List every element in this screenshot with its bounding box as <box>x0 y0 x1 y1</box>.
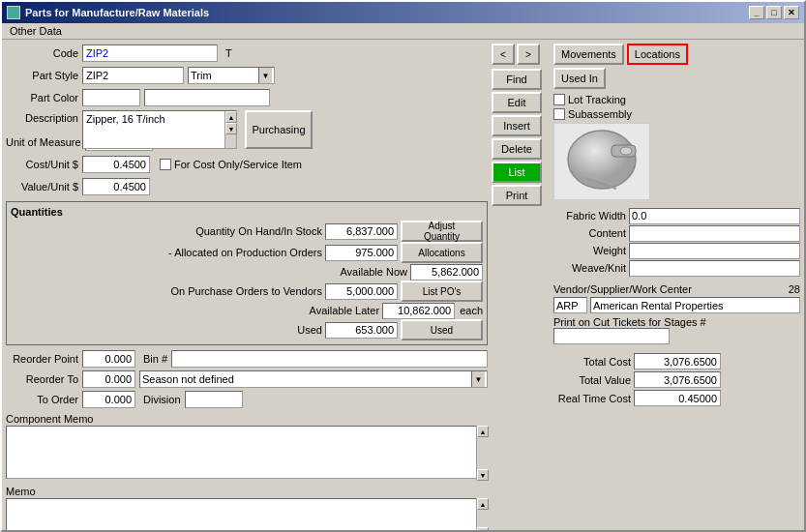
avail-later-label: Available Later <box>11 305 379 316</box>
used-button[interactable]: Used <box>401 319 483 340</box>
memo-textarea[interactable] <box>6 498 488 530</box>
value-input[interactable] <box>82 178 150 195</box>
title-bar-text: Parts for Manufacture/Raw Materials <box>7 6 209 19</box>
movements-button[interactable]: Movements <box>553 44 624 65</box>
t-label: T <box>225 47 232 59</box>
uom-label: Unit of Measure <box>6 136 81 148</box>
service-checkbox[interactable] <box>160 159 171 170</box>
total-cost-input[interactable] <box>634 353 721 369</box>
stage-input[interactable] <box>553 328 670 344</box>
weave-knit-label: Weave/Knit <box>553 262 626 274</box>
content-row: Content <box>553 224 800 242</box>
used-input[interactable] <box>325 322 398 339</box>
bin-input[interactable] <box>171 350 488 368</box>
allocations-button[interactable]: Allocations <box>401 242 483 263</box>
part-style-row: Part Style Trim ▼ <box>6 66 488 85</box>
svg-point-2 <box>620 147 632 155</box>
description-scrollbar: ▲ ▼ <box>224 111 236 148</box>
avail-later-input[interactable] <box>382 303 455 319</box>
memo-scroll-down[interactable]: ▼ <box>477 527 489 530</box>
weave-knit-input[interactable] <box>629 260 800 277</box>
description-area[interactable]: Zipper, 16 T/inch ▲ ▼ <box>82 110 237 149</box>
quantities-box: Quantities Quantity On Hand/In Stock Adj… <box>6 201 488 345</box>
reorder-to-label: Reorder To <box>6 373 78 385</box>
print-button[interactable]: Print <box>492 185 542 206</box>
season-dropdown[interactable]: Season not defined ▼ <box>139 370 488 388</box>
component-memo-textarea[interactable] <box>6 426 488 479</box>
zipper-svg <box>558 126 645 198</box>
memo-scrollbar: ▲ ▼ <box>476 498 488 530</box>
subassembly-checkbox[interactable] <box>553 108 565 120</box>
find-button[interactable]: Find <box>492 69 542 90</box>
adjust-quantity-button[interactable]: Adjust Quantity <box>401 221 483 242</box>
next-button[interactable]: > <box>517 44 540 65</box>
trim-dropdown[interactable]: Trim ▼ <box>188 67 275 84</box>
allocated-input[interactable] <box>325 245 398 261</box>
avail-now-input[interactable] <box>410 264 483 281</box>
vendor-code-input[interactable] <box>553 297 587 313</box>
locations-button[interactable]: Locations <box>627 44 688 65</box>
service-label: For Cost Only/Service Item <box>174 159 302 170</box>
main-content: Code T Part Style Trim ▼ Part Color <box>2 40 804 530</box>
part-color-label: Part Color <box>6 92 78 103</box>
real-time-cost-input[interactable] <box>634 390 721 406</box>
division-input[interactable] <box>185 391 243 408</box>
qty-on-hand-input[interactable] <box>325 223 398 240</box>
part-style-input[interactable] <box>82 67 184 84</box>
vendor-section-label: Vendor/Supplier/Work Center <box>553 283 692 295</box>
total-value-input[interactable] <box>634 371 721 388</box>
delete-button[interactable]: Delete <box>492 138 542 160</box>
center-panel: < > Find Edit Insert Delete List Print <box>492 44 550 526</box>
to-order-input[interactable] <box>82 391 135 408</box>
content-input[interactable] <box>629 225 800 242</box>
fabric-width-input[interactable] <box>629 208 800 224</box>
lot-tracking-checkbox[interactable] <box>553 94 565 105</box>
weight-input[interactable] <box>629 243 800 259</box>
avail-now-label: Available Now <box>11 266 407 278</box>
minimize-button[interactable]: _ <box>749 6 764 19</box>
edit-button[interactable]: Edit <box>492 92 542 113</box>
maximize-button[interactable]: □ <box>766 6 782 19</box>
cost-input[interactable] <box>82 156 150 173</box>
memo-scroll-up[interactable]: ▲ <box>477 498 489 510</box>
insert-button[interactable]: Insert <box>492 115 542 136</box>
total-value-label: Total Value <box>553 374 631 386</box>
on-po-input[interactable] <box>325 283 398 300</box>
print-on-cut-section: Print on Cut Tickets for Stages # <box>553 316 800 344</box>
memo-wrapper: ▲ ▼ <box>6 498 488 530</box>
real-time-cost-label: Real Time Cost <box>553 393 631 404</box>
memo-section: Memo ▲ ▼ <box>6 486 488 530</box>
scroll-down-btn[interactable]: ▼ <box>225 123 237 134</box>
main-window: Parts for Manufacture/Raw Materials _ □ … <box>0 0 806 532</box>
reorder-point-label: Reorder Point <box>6 353 78 365</box>
subassembly-label: Subassembly <box>553 108 632 120</box>
to-order-label: To Order <box>6 394 78 405</box>
component-scroll-down[interactable]: ▼ <box>477 469 489 481</box>
vendor-name-input[interactable] <box>590 297 800 313</box>
part-color-code-input[interactable] <box>82 89 140 106</box>
used-in-button[interactable]: Used In <box>553 68 606 89</box>
component-memo-scrollbar: ▲ ▼ <box>476 426 488 481</box>
subassembly-row: Subassembly <box>553 108 800 120</box>
cost-label: Cost/Unit $ <box>6 159 78 170</box>
scroll-up-btn[interactable]: ▲ <box>225 111 237 123</box>
vendor-row <box>553 297 800 313</box>
prev-button[interactable]: < <box>492 44 515 65</box>
code-input[interactable] <box>82 44 218 62</box>
title-bar: Parts for Manufacture/Raw Materials _ □ … <box>2 2 804 23</box>
list-pos-button[interactable]: List PO's <box>401 281 483 302</box>
part-color-row: Part Color <box>6 88 488 107</box>
subassembly-text: Subassembly <box>568 108 632 120</box>
reorder-to-input[interactable] <box>82 370 135 388</box>
close-button[interactable]: ✕ <box>784 6 799 19</box>
component-scroll-up[interactable]: ▲ <box>477 426 489 437</box>
value-row: Value/Unit $ <box>6 177 488 196</box>
list-button[interactable]: List <box>492 162 542 183</box>
bin-label: Bin # <box>143 353 167 365</box>
title-buttons: _ □ ✕ <box>749 6 799 19</box>
part-color-name-input[interactable] <box>144 89 270 106</box>
lot-tracking-row: Lot Tracking <box>553 94 800 105</box>
reorder-point-input[interactable] <box>82 350 135 368</box>
used-label: Used <box>11 324 322 336</box>
weight-row: Weight <box>553 242 800 259</box>
